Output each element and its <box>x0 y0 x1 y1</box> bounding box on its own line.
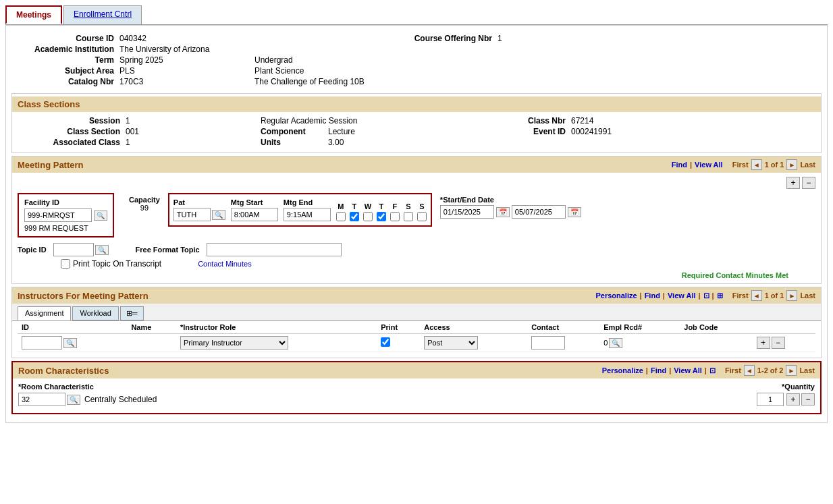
room-char-input[interactable] <box>18 393 65 406</box>
session-label: Session <box>18 116 126 125</box>
day-M: M <box>336 202 346 221</box>
meeting-pattern-header: Meeting Pattern Find | View All First ◄ … <box>12 157 821 173</box>
tab-meetings[interactable]: Meetings <box>5 5 62 24</box>
rc-view-all-link[interactable]: View All <box>674 366 702 374</box>
inst-add-row-btn[interactable]: + <box>757 337 770 349</box>
inst-contact-input[interactable] <box>531 336 565 349</box>
course-id-label: Course ID <box>11 34 119 43</box>
inst-view-all-link[interactable]: View All <box>668 291 696 300</box>
topic-id-input[interactable] <box>53 243 94 256</box>
capacity-value: 99 <box>140 204 149 212</box>
mtg-start-label: Mtg Start <box>231 198 278 206</box>
inst-access-select[interactable]: Post <box>424 336 478 349</box>
day-M-checkbox[interactable] <box>336 212 346 221</box>
print-topic-checkbox[interactable] <box>61 259 70 269</box>
catalog-nbr-value2: The Challenge of Feeding 10B <box>254 77 389 86</box>
start-date-input[interactable] <box>440 205 494 219</box>
end-date-input[interactable] <box>512 205 566 219</box>
pattern-fields-box: Pat 🔍 Mtg Start <box>168 193 432 227</box>
topic-id-search-btn[interactable]: 🔍 <box>95 245 109 255</box>
col-id: ID <box>18 321 127 334</box>
inst-role-select[interactable]: Primary Instructor <box>180 336 288 349</box>
facility-id-box: Facility ID 🔍 999 RM REQUEST <box>18 193 114 237</box>
pat-input[interactable] <box>173 208 211 221</box>
pat-search-btn[interactable]: 🔍 <box>212 210 225 220</box>
component-value: Lecture <box>328 127 463 136</box>
rc-remove-row-btn[interactable]: − <box>801 393 815 405</box>
inst-export-icon[interactable]: ⊡ <box>703 291 709 300</box>
inst-grid-icon[interactable]: ⊞ <box>717 291 723 300</box>
day-F-checkbox[interactable] <box>390 212 400 221</box>
subject-area-value2: Plant Science <box>254 66 389 76</box>
inst-empl-rcd-search-btn[interactable]: 🔍 <box>609 338 622 348</box>
start-end-date-label: *Start/End Date <box>440 196 581 204</box>
mp-remove-btn[interactable]: − <box>802 177 815 189</box>
inst-id-search-btn[interactable]: 🔍 <box>63 338 77 348</box>
inst-next-btn[interactable]: ► <box>786 290 797 301</box>
room-char-desc: Centrally Scheduled <box>84 395 157 404</box>
rc-add-row-btn[interactable]: + <box>786 393 800 405</box>
course-id-value: 040342 <box>119 34 254 43</box>
inst-prev-btn[interactable]: ◄ <box>751 290 762 301</box>
catalog-nbr-value: 170C3 <box>119 77 254 86</box>
class-sections-header: Class Sections <box>12 96 821 112</box>
rc-export-icon[interactable]: ⊡ <box>709 366 716 375</box>
end-date-calendar-btn[interactable]: 📅 <box>568 207 581 217</box>
sub-tab-icon[interactable]: ⊞═ <box>120 306 144 320</box>
rc-prev-btn[interactable]: ◄ <box>744 365 755 376</box>
instructors-header: Instructors For Meeting Pattern Personal… <box>12 287 821 304</box>
inst-contact-cell <box>527 334 599 352</box>
room-characteristic-label: *Room Characteristic <box>18 383 342 391</box>
free-format-topic-input[interactable] <box>207 243 342 256</box>
class-nbr-label: Class Nbr <box>463 116 571 125</box>
col-contact: Contact <box>527 321 599 334</box>
instructor-table: ID Name *Instructor Role Print Access Co… <box>18 321 815 352</box>
mtg-end-input[interactable] <box>284 208 331 221</box>
col-print: Print <box>377 321 420 334</box>
contact-minutes-link[interactable]: Contact Minutes <box>198 260 251 268</box>
inst-row-actions: + − <box>753 334 815 352</box>
quantity-input[interactable] <box>757 393 784 406</box>
class-section-label: Class Section <box>18 127 126 136</box>
mp-last-label: Last <box>800 161 815 169</box>
mtg-start-input[interactable] <box>231 208 278 221</box>
inst-name-cell <box>127 334 176 352</box>
topic-row: Topic ID 🔍 Free Format Topic <box>18 243 815 256</box>
mp-find-link[interactable]: Find <box>672 161 687 169</box>
day-S2-checkbox[interactable] <box>417 212 427 221</box>
mp-prev-btn[interactable]: ◄ <box>751 159 762 170</box>
inst-id-input[interactable] <box>22 336 62 349</box>
col-job-code: Job Code <box>680 321 752 334</box>
rc-personalize-link[interactable]: Personalize <box>602 366 643 374</box>
mp-nav-info: 1 of 1 <box>765 161 784 169</box>
catalog-nbr-label: Catalog Nbr <box>11 77 119 86</box>
day-W-checkbox[interactable] <box>363 212 373 221</box>
print-topic-row: Print Topic On Transcript Contact Minute… <box>18 259 815 269</box>
col-name: Name <box>127 321 176 334</box>
mp-add-btn[interactable]: + <box>786 177 800 189</box>
day-S1-checkbox[interactable] <box>404 212 413 221</box>
day-T2-checkbox[interactable] <box>377 212 386 221</box>
inst-remove-row-btn[interactable]: − <box>772 337 785 349</box>
inst-find-link[interactable]: Find <box>645 291 660 300</box>
tab-enrollment-cntrl[interactable]: Enrollment Cntrl <box>63 5 142 24</box>
room-characteristics-section: Room Characteristics Personalize | Find … <box>11 361 822 414</box>
sub-tab-workload[interactable]: Workload <box>72 306 118 320</box>
mp-view-all-link[interactable]: View All <box>695 161 723 169</box>
rc-last-label: Last <box>799 366 815 374</box>
facility-id-search-btn[interactable]: 🔍 <box>94 211 107 221</box>
inst-print-checkbox[interactable] <box>381 337 390 347</box>
course-offering-nbr-value: 1 <box>498 34 633 43</box>
day-T1-checkbox[interactable] <box>350 212 359 221</box>
sub-tab-assignment[interactable]: Assignment <box>18 306 71 320</box>
rc-next-btn[interactable]: ► <box>786 365 797 376</box>
room-char-search-btn[interactable]: 🔍 <box>67 395 80 405</box>
mp-next-btn[interactable]: ► <box>786 159 797 170</box>
col-empl-rcd: Empl Rcd# <box>599 321 680 334</box>
start-date-calendar-btn[interactable]: 📅 <box>496 207 510 217</box>
inst-personalize-link[interactable]: Personalize <box>595 291 637 300</box>
facility-id-input[interactable] <box>24 208 92 222</box>
facility-name: 999 RM REQUEST <box>24 224 107 232</box>
component-label: Component <box>261 127 328 136</box>
rc-find-link[interactable]: Find <box>651 366 666 374</box>
